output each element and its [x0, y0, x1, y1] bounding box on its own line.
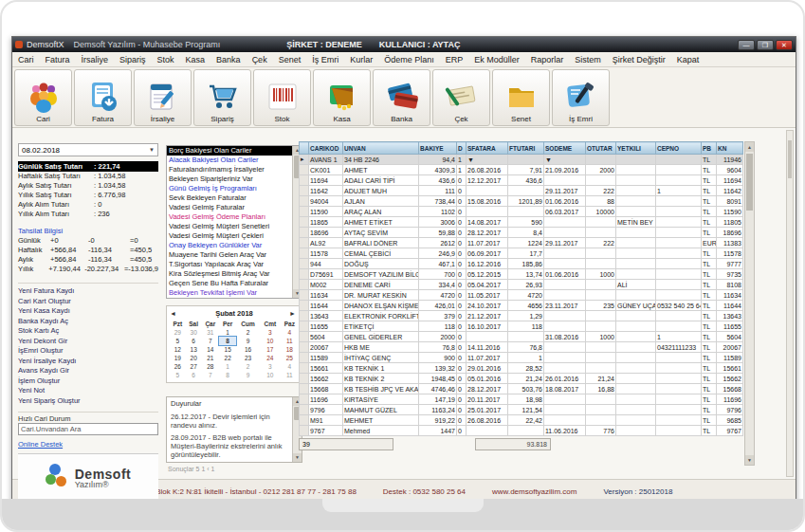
col-bakiye[interactable]: BAKIYE: [419, 142, 457, 155]
alert-item-1[interactable]: Alacak Bakiyesi Olan Cariler: [167, 156, 292, 165]
quick-link-3[interactable]: Banka Kaydı Aç: [18, 317, 158, 327]
quick-link-4[interactable]: Stok Kartı Aç: [18, 326, 158, 337]
cari-search-input[interactable]: [18, 423, 158, 435]
menu-item-17[interactable]: Kapat: [671, 55, 705, 64]
calendar-day[interactable]: 27: [186, 362, 202, 371]
calendar-day[interactable]: 26: [170, 362, 186, 371]
calendar-day[interactable]: 5: [170, 371, 186, 379]
col-ftutari[interactable]: FTUTARI: [508, 142, 544, 155]
calendar-day[interactable]: 28: [202, 362, 220, 371]
toolbar-button-sipariş[interactable]: Sipariş: [193, 69, 251, 126]
calendar-day[interactable]: 8: [219, 337, 236, 345]
calendar-day[interactable]: 1: [219, 362, 236, 371]
scroll-up-icon[interactable]: ▲: [745, 142, 754, 152]
table-row[interactable]: CK001AHMET4309,3126.08.20167,9121.09.201…: [300, 165, 743, 175]
toolbar-button-senet[interactable]: Senet: [492, 69, 550, 126]
table-row[interactable]: 11865AHMET ETİKET3006014.08.2017590METİN…: [300, 217, 743, 228]
toolbar-button-i̇rsaliye[interactable]: İrsaliye: [134, 69, 192, 126]
close-button[interactable]: ✕: [776, 40, 793, 50]
quick-link-0[interactable]: Yeni Fatura Kaydı: [18, 286, 158, 297]
calendar-day[interactable]: 20: [186, 354, 202, 362]
menu-item-0[interactable]: Cari: [12, 55, 40, 64]
alert-item-11[interactable]: Muayene Tarihi Gelen Araç Var: [167, 250, 292, 260]
menu-item-4[interactable]: Stok: [152, 55, 180, 64]
quick-link-1[interactable]: Cari Kart Oluştur: [18, 297, 158, 307]
calendar-day[interactable]: 2: [236, 328, 260, 337]
calendar-day[interactable]: 15: [219, 345, 236, 354]
table-row[interactable]: D75691DEMSOFT YAZILIM BİLG700005.12.2015…: [300, 269, 743, 280]
toolbar-button-cari[interactable]: Cari: [14, 69, 72, 126]
quick-link-7[interactable]: Yeni İrsaliye Kaydı: [18, 357, 158, 367]
calendar-day[interactable]: 22: [219, 354, 236, 362]
menu-item-14[interactable]: Raporlar: [525, 55, 570, 64]
table-row[interactable]: 11642ADUJET MUH111029.11.20172221TL11642: [300, 186, 743, 196]
col-carikod[interactable]: CARIKOD: [309, 142, 343, 155]
grid-scrollbar[interactable]: ▲ ▼: [744, 141, 755, 466]
quick-link-11[interactable]: Yeni Sipariş Oluştur: [18, 396, 158, 407]
online-support-link[interactable]: Online Destek: [18, 440, 158, 449]
toolbar-button-i̇ş-emri[interactable]: İş Emri: [552, 69, 610, 126]
alert-item-14[interactable]: Geçen Sene Bu Hafta Faturalar: [167, 279, 292, 288]
table-row[interactable]: ▸AVANS 134 HB 224694,41▼▼TL11946: [300, 155, 743, 165]
menu-item-16[interactable]: Şirket Değiştir: [607, 55, 671, 64]
calendar-day[interactable]: 4: [281, 328, 299, 337]
calendar-day[interactable]: 23: [236, 354, 260, 362]
calendar-day[interactable]: 7: [202, 371, 220, 379]
col-kn[interactable]: KN: [717, 142, 743, 155]
alert-item-0[interactable]: Borç Bakiyesi Olan Cariler: [167, 146, 292, 156]
calendar-day[interactable]: 19: [170, 354, 186, 362]
table-row[interactable]: 15661KB TEKNİK 1139,32029.01.201628,52TL…: [300, 363, 743, 374]
calendar-day[interactable]: 31: [202, 328, 220, 337]
scroll-thumb[interactable]: [746, 154, 753, 211]
menu-item-12[interactable]: ERP: [440, 55, 469, 64]
table-row[interactable]: 20067HKB ME76,8014.11.201676,80432111123…: [300, 342, 743, 353]
menu-item-1[interactable]: Fatura: [40, 55, 76, 64]
alert-item-13[interactable]: Kira Sözleşmesi Bitmiş Araç Var: [167, 269, 292, 279]
menu-item-10[interactable]: Kurlar: [344, 55, 378, 64]
menu-item-13[interactable]: Ek Modüller: [468, 55, 525, 64]
calendar-day[interactable]: 1: [219, 328, 236, 337]
table-row[interactable]: 11696KIRTASİYE147,19020.11.201718,98TL11…: [300, 394, 743, 405]
quick-link-5[interactable]: Yeni Dekont Gir: [18, 337, 158, 347]
minimize-button[interactable]: —: [738, 40, 755, 50]
col-d[interactable]: D: [457, 142, 467, 155]
scroll-down-icon[interactable]: ▼: [745, 455, 754, 465]
quick-link-10[interactable]: Yeni Not: [18, 386, 158, 396]
calendar-day[interactable]: 9: [236, 337, 260, 345]
table-row[interactable]: 944DOĞUŞ467,1016.12.2016185,86TL9777: [300, 259, 743, 269]
menu-item-2[interactable]: İrsaliye: [76, 55, 115, 64]
toolbar-button-banka[interactable]: Banka: [373, 69, 430, 126]
col-otutar[interactable]: OTUTAR: [586, 142, 616, 155]
menu-item-6[interactable]: Banka: [210, 55, 247, 64]
col-pb[interactable]: PB: [702, 142, 717, 155]
calendar-day[interactable]: 4: [281, 362, 299, 371]
table-row[interactable]: 11589İHTİYAÇ GENÇ900011.07.20171TL11589: [300, 353, 743, 363]
alert-item-6[interactable]: Vadesi Gelmiş Faturalar: [167, 203, 292, 212]
table-row[interactable]: M91MEHMET919,22026.08.201622,42TL9685: [300, 415, 743, 426]
calendar-day[interactable]: 11: [281, 337, 299, 345]
col-yetkili[interactable]: YETKILI: [616, 142, 656, 155]
table-row[interactable]: 13643ELEKTRONİK FORKLİFT H379021.12.2017…: [300, 311, 743, 321]
menu-item-15[interactable]: Sistem: [569, 55, 607, 64]
calendar-day[interactable]: 12: [170, 345, 186, 354]
calendar-day[interactable]: 3: [260, 362, 281, 371]
alert-item-4[interactable]: Günü Gelmiş İş Programları: [167, 184, 292, 193]
col-cepno[interactable]: CEPNO: [656, 142, 702, 155]
table-row[interactable]: M002DENEME CARİ334,4005.04.201726,93ALİT…: [300, 280, 743, 290]
menu-item-5[interactable]: Kasa: [180, 55, 211, 64]
calendar-day[interactable]: 3: [260, 328, 281, 337]
calendar-day[interactable]: 24: [260, 354, 281, 362]
table-row[interactable]: 15662KB TEKNİK 21948,45005.01.201621,242…: [300, 374, 743, 384]
calendar-day[interactable]: 14: [202, 345, 220, 354]
calendar-day[interactable]: 11: [281, 371, 299, 379]
menu-item-11[interactable]: Ödeme Planı: [378, 55, 440, 64]
calendar-day[interactable]: 29: [170, 328, 186, 337]
calendar-day[interactable]: 10: [260, 337, 281, 345]
alert-item-3[interactable]: Bekleyen Siparişleriniz Var: [167, 174, 292, 184]
alert-item-8[interactable]: Vadesi Gelmiş Müşteri Senetleri: [167, 222, 292, 231]
maximize-button[interactable]: ❐: [757, 40, 774, 50]
menu-item-9[interactable]: İş Emri: [306, 55, 344, 64]
table-row[interactable]: 11644DHANOX ELŞAN KİŞMETİ426,01024.10.20…: [300, 301, 743, 311]
calendar-day[interactable]: 17: [260, 345, 281, 354]
alert-item-10[interactable]: Onay Bekleyen Günlükler Var: [167, 241, 292, 250]
